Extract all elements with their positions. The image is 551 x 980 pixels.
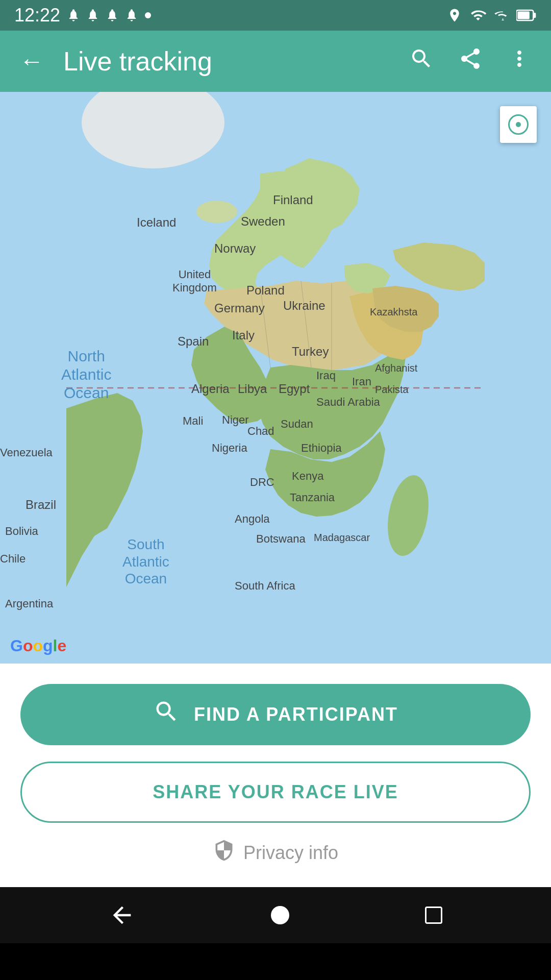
- find-participant-button[interactable]: FIND A PARTICIPANT: [20, 684, 531, 745]
- share-button[interactable]: [453, 41, 488, 82]
- signal-icon: [494, 8, 509, 23]
- share-race-label: SHARE YOUR RACE LIVE: [153, 781, 398, 803]
- home-nav-button[interactable]: [271, 906, 289, 924]
- back-button[interactable]: ←: [14, 44, 49, 79]
- back-nav-button[interactable]: [109, 902, 135, 928]
- notification-icon-4: [124, 8, 139, 22]
- bottom-panel: FIND A PARTICIPANT SHARE YOUR RACE LIVE …: [0, 664, 551, 887]
- recents-nav-button[interactable]: [425, 906, 442, 924]
- svg-point-6: [196, 201, 237, 223]
- share-race-button[interactable]: SHARE YOUR RACE LIVE: [20, 762, 531, 823]
- location-status-icon: [447, 8, 462, 23]
- search-button[interactable]: [404, 41, 439, 82]
- svg-rect-2: [518, 12, 530, 19]
- privacy-info-button[interactable]: Privacy info: [213, 839, 338, 887]
- page-title: Live tracking: [63, 46, 390, 77]
- status-time: 12:22: [14, 5, 60, 26]
- app-bar-actions: [404, 41, 537, 82]
- map-svg: [0, 92, 551, 664]
- dot-icon: [144, 11, 152, 19]
- map-container[interactable]: Finland Sweden Iceland Norway UnitedKing…: [0, 92, 551, 664]
- notification-icon-1: [66, 8, 81, 22]
- privacy-shield-icon: [213, 839, 235, 867]
- app-bar: ← Live tracking: [0, 31, 551, 92]
- svg-rect-3: [533, 13, 536, 18]
- status-left-icons: [66, 8, 152, 22]
- svg-point-0: [145, 12, 151, 18]
- google-logo: Google: [10, 636, 66, 655]
- notification-icon-3: [105, 8, 119, 22]
- wifi-icon: [469, 8, 487, 23]
- notification-icon-2: [86, 8, 100, 22]
- find-participant-label: FIND A PARTICIPANT: [194, 704, 398, 725]
- status-right-icons: [447, 8, 537, 23]
- privacy-info-label: Privacy info: [243, 842, 338, 864]
- more-options-button[interactable]: [502, 41, 537, 82]
- nav-bar: [0, 887, 551, 943]
- battery-icon: [516, 8, 537, 22]
- location-button[interactable]: [500, 106, 537, 143]
- status-bar: 12:22: [0, 0, 551, 31]
- search-icon: [153, 698, 180, 731]
